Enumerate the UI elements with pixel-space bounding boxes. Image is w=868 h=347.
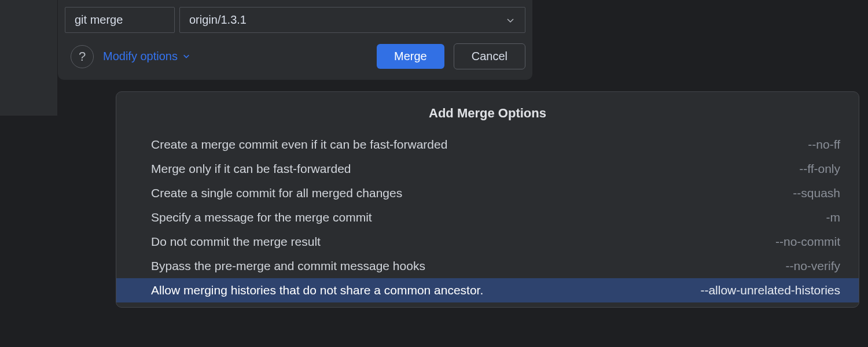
option-row[interactable]: Bypass the pre-merge and commit message …	[116, 254, 859, 278]
sidebar-stub	[0, 0, 58, 116]
option-flag: -m	[803, 211, 841, 224]
option-row[interactable]: Merge only if it can be fast-forwarded--…	[116, 157, 859, 181]
option-label: Specify a message for the merge commit	[151, 211, 372, 224]
option-label: Bypass the pre-merge and commit message …	[151, 259, 425, 273]
help-glyph: ?	[79, 49, 86, 64]
option-label: Merge only if it can be fast-forwarded	[151, 162, 351, 176]
option-label: Allow merging histories that do not shar…	[151, 283, 483, 297]
option-row[interactable]: Do not commit the merge result--no-commi…	[116, 230, 859, 254]
option-flag: --no-ff	[785, 138, 840, 152]
merge-options-popup: Add Merge Options Create a merge commit …	[116, 91, 859, 308]
popup-title: Add Merge Options	[116, 92, 859, 132]
help-icon[interactable]: ?	[71, 45, 94, 68]
modify-options-label: Modify options	[103, 50, 178, 63]
option-flag: --squash	[770, 186, 840, 200]
git-command-text: git merge	[75, 13, 123, 26]
chevron-down-icon	[505, 15, 516, 25]
input-row: git merge origin/1.3.1	[65, 7, 525, 33]
option-row[interactable]: Specify a message for the merge commit-m	[116, 205, 859, 230]
modify-options-link[interactable]: Modify options	[103, 50, 190, 63]
chevron-down-icon	[182, 50, 190, 63]
action-row: ? Modify options Merge Cancel	[65, 43, 525, 69]
merge-dialog: git merge origin/1.3.1 ? Modify options …	[58, 0, 532, 80]
option-label: Create a single commit for all merged ch…	[151, 186, 402, 200]
option-flag: --ff-only	[776, 162, 840, 176]
merge-button-label: Merge	[394, 50, 427, 62]
merge-button[interactable]: Merge	[377, 44, 444, 69]
option-row[interactable]: Create a merge commit even if it can be …	[116, 132, 859, 157]
option-flag: --no-commit	[752, 235, 840, 249]
option-label: Create a merge commit even if it can be …	[151, 138, 447, 152]
option-row[interactable]: Create a single commit for all merged ch…	[116, 181, 859, 205]
branch-name: origin/1.3.1	[189, 13, 247, 27]
cancel-button-label: Cancel	[472, 50, 507, 62]
git-command-field[interactable]: git merge	[65, 7, 175, 33]
branch-select[interactable]: origin/1.3.1	[179, 7, 525, 33]
option-flag: --allow-unrelated-histories	[677, 283, 840, 297]
option-flag: --no-verify	[762, 259, 840, 273]
option-row[interactable]: Allow merging histories that do not shar…	[116, 278, 859, 302]
option-list: Create a merge commit even if it can be …	[116, 132, 859, 302]
option-label: Do not commit the merge result	[151, 235, 321, 249]
cancel-button[interactable]: Cancel	[454, 43, 525, 69]
